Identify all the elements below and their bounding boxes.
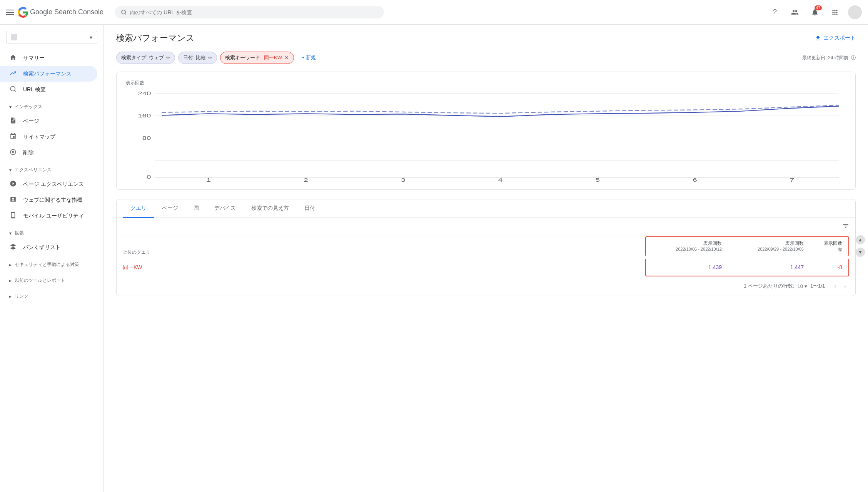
property-select-dropdown[interactable]: ▾ <box>6 31 97 44</box>
breadcrumbs-icon <box>9 243 17 251</box>
apps-button[interactable] <box>828 5 842 19</box>
property-icon <box>11 34 17 40</box>
notifications-button[interactable]: 47 <box>808 5 822 19</box>
sidebar-label-web-vitals: ウェブに関する主な指標 <box>23 197 82 204</box>
sidebar-label-removal: 削除 <box>23 149 34 156</box>
sidebar-item-mobile-usability[interactable]: モバイル ユーザビリティ <box>0 208 97 224</box>
svg-text:0: 0 <box>147 175 151 180</box>
last-updated: 最終更新日: 24 時間前 ⓘ <box>802 55 856 61</box>
page-title: 検索パフォーマンス <box>116 32 195 44</box>
impressions1-value: 1,439 <box>708 264 722 270</box>
sidebar-item-breadcrumbs[interactable]: パンくずリスト <box>0 239 97 255</box>
extensions-chevron-icon: ▾ <box>9 231 12 236</box>
svg-text:6: 6 <box>693 177 697 182</box>
sidebar-item-removal[interactable]: 削除 <box>0 145 97 161</box>
search-icon <box>121 9 127 15</box>
new-filter-button[interactable]: + 新規 <box>297 52 320 64</box>
topbar: Google Search Console ? 47 <box>0 0 868 25</box>
home-icon <box>9 54 17 62</box>
export-button[interactable]: エクスポート <box>815 35 856 42</box>
chart-card: 表示回数 240 160 80 0 1 2 3 <box>116 72 856 190</box>
people-icon <box>791 8 799 16</box>
notification-badge: 47 <box>815 5 822 10</box>
search-bar[interactable] <box>115 6 384 18</box>
sidebar-label-page-experience: ページ エクスペリエンス <box>23 181 84 188</box>
scroll-down-button[interactable]: ▼ <box>856 248 865 257</box>
index-section: ▾ インデックス ページ サイトマップ 削除 <box>0 100 103 161</box>
table-row: 同一KW 1,439 1,447 -8 <box>123 259 849 276</box>
legacy-section-header[interactable]: ▸ 以前のツールとレポート <box>0 274 103 287</box>
page-range: 1〜1/1 <box>810 283 825 290</box>
help-icon: ? <box>773 8 777 16</box>
diff-cell: -8 <box>810 259 848 276</box>
chip-edit-icon[interactable]: ✏ <box>166 55 170 60</box>
sidebar: ▾ サマリー 検索パフォーマンス URL 検査 ▾ インデックス <box>0 25 104 492</box>
chip-date-edit-icon[interactable]: ✏ <box>208 55 212 60</box>
legacy-chevron-icon: ▸ <box>9 278 12 283</box>
experience-chevron-icon: ▾ <box>9 167 12 173</box>
mobile-icon <box>9 212 17 220</box>
sidebar-label-sitemap: サイトマップ <box>23 134 55 141</box>
chip-search-type[interactable]: 検索タイプ: ウェブ ✏ <box>116 52 175 64</box>
sidebar-item-page-experience[interactable]: ページ エクスペリエンス <box>0 176 97 192</box>
links-section-header[interactable]: ▸ リンク <box>0 290 103 303</box>
tab-country-label: 国 <box>194 205 199 211</box>
grid-icon <box>831 8 839 16</box>
url-search-icon <box>9 85 17 94</box>
sidebar-label-mobile-usability: モバイル ユーザビリティ <box>23 213 84 219</box>
sidebar-item-pages[interactable]: ページ <box>0 113 97 129</box>
tab-page[interactable]: ページ <box>154 199 186 218</box>
page-header: 検索パフォーマンス エクスポート <box>116 32 856 44</box>
impressions1-cell: 1,439 <box>646 259 728 276</box>
experience-section-header[interactable]: ▾ エクスペリエンス <box>0 164 103 176</box>
diff-value: -8 <box>838 264 842 270</box>
filter-icon[interactable] <box>842 223 849 231</box>
chip-date[interactable]: 日付: 比較 ✏ <box>178 52 217 64</box>
extensions-section-header[interactable]: ▾ 拡張 <box>0 227 103 239</box>
prev-page-button[interactable]: ‹ <box>831 281 839 291</box>
sidebar-label-pages: ページ <box>23 118 39 125</box>
pages-icon <box>9 117 17 125</box>
sidebar-item-summary[interactable]: サマリー <box>0 50 97 66</box>
index-section-header[interactable]: ▾ インデックス <box>0 100 103 113</box>
tab-device-label: デバイス <box>214 205 236 211</box>
chip-keyword[interactable]: 検索キーワード: 同一KW ✕ <box>220 52 294 64</box>
sidebar-item-web-vitals[interactable]: ウェブに関する主な指標 <box>0 192 97 208</box>
tab-device[interactable]: デバイス <box>207 199 244 218</box>
tab-date[interactable]: 日付 <box>297 199 323 218</box>
chip-keyword-value: 同一KW <box>264 54 282 61</box>
svg-point-0 <box>122 10 125 14</box>
avatar[interactable] <box>848 5 862 19</box>
menu-icon[interactable] <box>6 10 14 15</box>
export-label: エクスポート <box>823 35 856 42</box>
chip-keyword-label: 検索キーワード: <box>225 54 262 61</box>
page-nav: ‹ › <box>831 281 849 291</box>
web-vitals-icon <box>9 196 17 204</box>
rows-select[interactable]: 10 ▾ <box>798 283 807 289</box>
sidebar-item-sitemap[interactable]: サイトマップ <box>0 129 97 145</box>
query-link[interactable]: 同一KW <box>123 264 142 270</box>
svg-text:240: 240 <box>138 91 151 97</box>
scroll-up-button[interactable]: ▲ <box>856 235 865 244</box>
accounts-button[interactable] <box>788 5 802 19</box>
legacy-section-label: 以前のツールとレポート <box>15 277 65 284</box>
sidebar-item-url-inspection[interactable]: URL 検査 <box>0 82 97 97</box>
content-area: 検索パフォーマンス エクスポート 検索タイプ: ウェブ ✏ 日付: 比較 ✏ 検… <box>104 25 868 492</box>
download-icon <box>815 35 821 41</box>
table-toolbar <box>117 218 855 236</box>
search-input[interactable] <box>130 9 378 15</box>
tab-query[interactable]: クエリ <box>123 199 154 218</box>
tab-country[interactable]: 国 <box>186 199 207 218</box>
info-icon: ⓘ <box>851 55 856 60</box>
pagination-info: 1 ページあたりの行数: 10 ▾ 1〜1/1 <box>744 283 825 290</box>
removal-icon <box>9 149 17 157</box>
top-queries-label: 上位のクエリ <box>123 249 645 256</box>
sidebar-item-search-performance[interactable]: 検索パフォーマンス <box>0 66 97 82</box>
property-selector[interactable]: ▾ <box>6 31 97 44</box>
next-page-button[interactable]: › <box>841 281 849 291</box>
table-header-row: 上位のクエリ 表示回数 2022/10/06 - 2022/10/12 表示回数… <box>117 236 855 259</box>
security-section-header[interactable]: ▸ セキュリティと手動による対策 <box>0 258 103 271</box>
chip-close-icon[interactable]: ✕ <box>284 55 289 61</box>
tab-search-appearance[interactable]: 検索での見え方 <box>244 199 297 218</box>
help-button[interactable]: ? <box>768 5 782 19</box>
